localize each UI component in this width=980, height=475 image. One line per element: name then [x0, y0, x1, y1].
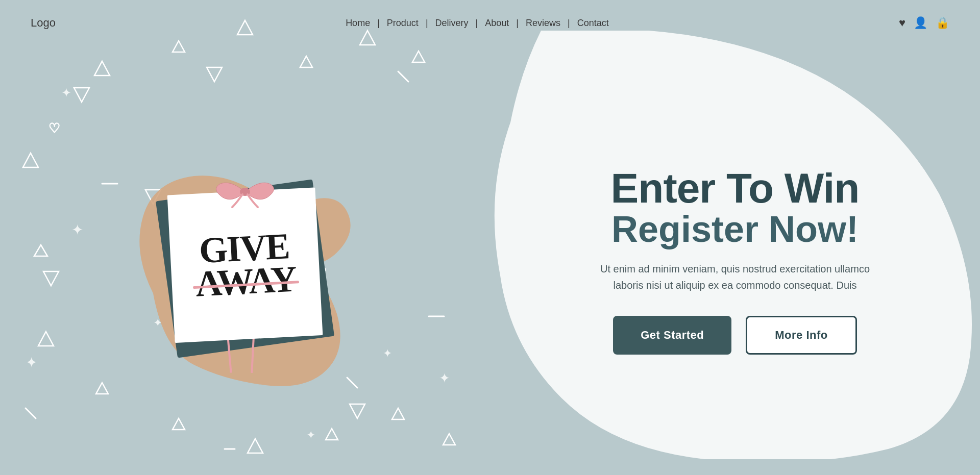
heart-icon[interactable]: ♥ [899, 16, 905, 30]
white-card: GIVE AWAY [167, 187, 323, 343]
gift-box: GIVE AWAY [102, 118, 388, 404]
giveaway-text: GIVE AWAY [193, 229, 297, 301]
nav-contact[interactable]: Contact [577, 18, 609, 29]
more-info-button[interactable]: More Info [746, 316, 857, 355]
away-text: AWAY [194, 262, 297, 301]
hero-description: Ut enim ad minim veniam, quis nostrud ex… [592, 261, 878, 293]
content-box: Enter To Win Register Now! Ut enim ad mi… [561, 146, 909, 376]
user-icon[interactable]: 👤 [914, 16, 927, 30]
right-content: Enter To Win Register Now! Ut enim ad mi… [490, 46, 980, 475]
navigation: Logo Home | Product | Delivery | About |… [0, 0, 980, 46]
nav-icon-group: ♥ 👤 🔒 [899, 16, 949, 30]
nav-delivery[interactable]: Delivery [435, 18, 469, 29]
cta-buttons: Get Started More Info [592, 316, 878, 355]
heading-register-now: Register Now! [592, 210, 878, 249]
logo: Logo [31, 16, 56, 30]
heading-enter-to-win: Enter To Win [592, 166, 878, 210]
get-started-button[interactable]: Get Started [613, 316, 731, 355]
nav-about[interactable]: About [485, 18, 509, 29]
nav-home[interactable]: Home [346, 18, 370, 29]
nav-reviews[interactable]: Reviews [526, 18, 560, 29]
nav-product[interactable]: Product [387, 18, 419, 29]
hero-illustration: GIVE AWAY [0, 46, 490, 475]
nav-links: Home | Product | Delivery | About | Revi… [346, 18, 609, 29]
ribbon-bow [214, 169, 276, 210]
cart-icon[interactable]: 🔒 [936, 16, 949, 30]
